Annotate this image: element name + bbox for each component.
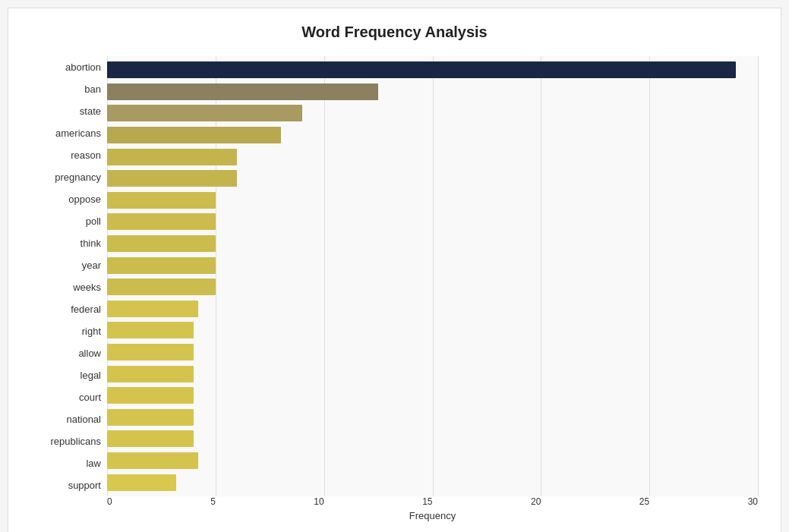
y-axis-label: pregnancy [55, 172, 101, 182]
bar [107, 149, 237, 165]
bar [107, 235, 216, 252]
x-axis-labels: 051015202530 [107, 496, 758, 507]
bar [107, 213, 216, 230]
x-axis-tick-label: 0 [107, 496, 112, 507]
bar [107, 366, 194, 382]
bar-row [107, 320, 758, 342]
chart-title: Word Frequency Analysis [31, 24, 758, 41]
y-axis-label: ban [84, 84, 101, 94]
bars-rows [107, 56, 758, 496]
bar-row [107, 428, 758, 450]
bar [107, 61, 736, 78]
y-axis-label: legal [80, 370, 101, 380]
y-axis-label: court [79, 392, 101, 402]
y-axis-label: state [80, 106, 101, 116]
bar-row [107, 211, 758, 233]
bar-row [107, 168, 758, 190]
bar-row [107, 276, 758, 298]
bottom-section: 051015202530 Frequency [107, 496, 758, 521]
bar [107, 279, 216, 295]
y-axis-label: national [66, 414, 101, 424]
bar [107, 322, 194, 338]
x-axis-title: Frequency [107, 510, 758, 521]
y-axis-label: americans [55, 128, 101, 138]
y-axis: abortionbanstateamericansreasonpregnancy… [31, 56, 107, 496]
bar-row [107, 81, 758, 103]
bar-row [107, 233, 758, 255]
bar-row [107, 363, 758, 385]
bars-area [107, 56, 758, 496]
bar-row [107, 471, 758, 493]
bar-row [107, 342, 758, 364]
grid-line [758, 56, 759, 496]
y-axis-label: reason [71, 150, 101, 160]
bar-row [107, 298, 758, 320]
bar-row [107, 254, 758, 276]
x-axis-tick-label: 20 [531, 496, 541, 507]
x-axis-tick-label: 25 [639, 496, 649, 507]
bar-row [107, 407, 758, 429]
bar-row [107, 59, 758, 81]
x-axis-tick-label: 15 [422, 496, 432, 507]
y-axis-label: federal [71, 304, 101, 314]
y-axis-label: support [68, 480, 101, 490]
bar [107, 170, 237, 187]
bar [107, 474, 176, 491]
bar-row [107, 146, 758, 168]
bar [107, 105, 302, 121]
grid-and-bars [107, 56, 758, 496]
y-axis-label: weeks [73, 282, 101, 292]
bar [107, 83, 378, 100]
bar [107, 127, 281, 143]
bar [107, 452, 198, 469]
y-axis-label: poll [86, 216, 101, 226]
bar [107, 409, 194, 426]
bar-row [107, 124, 758, 146]
bar [107, 344, 194, 360]
chart-area: abortionbanstateamericansreasonpregnancy… [31, 56, 758, 496]
y-axis-label: think [80, 238, 101, 248]
bar [107, 257, 216, 274]
bar-row [107, 190, 758, 212]
bar [107, 430, 194, 447]
y-axis-label: right [82, 326, 101, 336]
y-axis-label: oppose [68, 194, 101, 204]
x-axis-tick-label: 10 [314, 496, 323, 507]
y-axis-label: republicans [51, 436, 102, 446]
bar [107, 387, 194, 404]
x-axis-tick-label: 30 [748, 496, 758, 507]
x-axis-tick-label: 5 [210, 496, 216, 507]
bar-row [107, 385, 758, 407]
y-axis-label: law [86, 458, 101, 468]
chart-container: Word Frequency Analysis abortionbanstate… [8, 8, 781, 532]
y-axis-label: allow [78, 348, 101, 358]
bar-row [107, 102, 758, 124]
y-axis-label: abortion [65, 62, 101, 72]
bar-row [107, 450, 758, 472]
bar [107, 301, 198, 317]
y-axis-label: year [82, 260, 101, 270]
bar [107, 192, 216, 209]
